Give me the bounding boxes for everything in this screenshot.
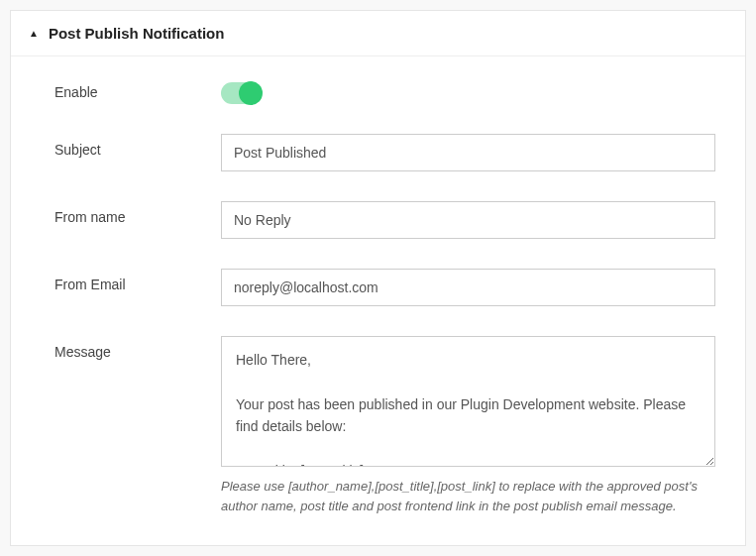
field-message: Message Please use [author_name],[post_t… xyxy=(54,336,727,515)
message-label: Message xyxy=(54,336,221,360)
from-email-input[interactable] xyxy=(221,269,715,306)
field-from-name: From name xyxy=(54,201,727,239)
enable-toggle[interactable] xyxy=(221,82,261,104)
subject-input[interactable] xyxy=(221,134,715,171)
panel-title: Post Publish Notification xyxy=(49,25,225,42)
message-textarea[interactable] xyxy=(221,336,715,467)
panel-header[interactable]: ▲ Post Publish Notification xyxy=(11,11,745,56)
field-from-email: From Email xyxy=(54,269,727,306)
collapse-caret-icon: ▲ xyxy=(29,28,39,39)
from-name-label: From name xyxy=(54,201,221,225)
message-help-text: Please use [author_name],[post_title],[p… xyxy=(221,477,715,515)
settings-panel: ▲ Post Publish Notification Enable Subje… xyxy=(10,10,746,546)
from-name-input[interactable] xyxy=(221,201,715,239)
subject-label: Subject xyxy=(54,134,221,158)
from-email-label: From Email xyxy=(54,269,221,292)
field-enable: Enable xyxy=(54,76,727,104)
enable-label: Enable xyxy=(54,76,221,100)
panel-body: Enable Subject From name From Email xyxy=(11,56,745,545)
field-subject: Subject xyxy=(54,134,727,171)
toggle-knob-icon xyxy=(239,81,263,105)
